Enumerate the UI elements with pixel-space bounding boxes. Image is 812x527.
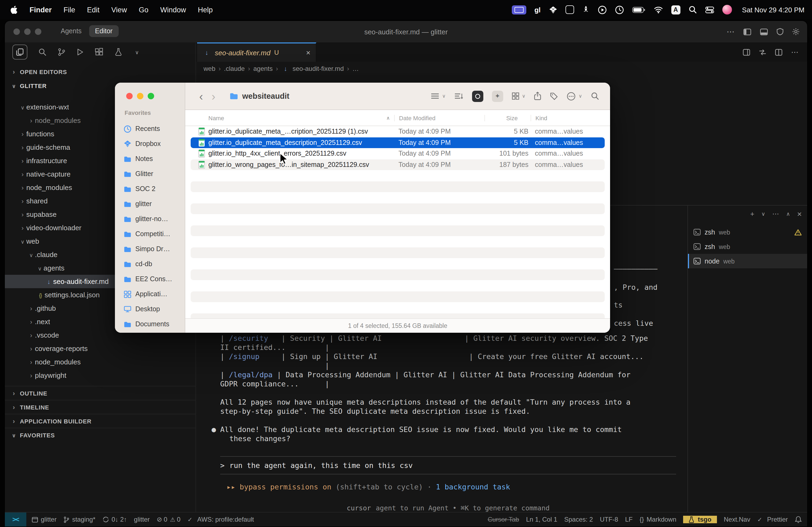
clock-icon[interactable] [615, 5, 624, 14]
agent-prompt-input[interactable]: > run the agent again, this time on this… [220, 456, 676, 475]
column-header-size[interactable]: Size [484, 115, 531, 121]
file-row-selected[interactable]: glitter.io_duplicate_meta_description_20… [191, 137, 605, 148]
menubar-rocket-icon[interactable] [582, 5, 590, 14]
zoom-window-button[interactable] [148, 93, 154, 99]
menu-window[interactable]: Window [160, 6, 186, 14]
menu-edit[interactable]: Edit [87, 6, 100, 14]
bypass-permissions-toggle[interactable]: bypass permissions on [240, 482, 331, 491]
source-control-icon[interactable] [57, 48, 66, 56]
minimize-window-button[interactable] [24, 28, 31, 35]
bell-icon[interactable] [795, 516, 802, 523]
more-actions-icon[interactable]: ⋯ [791, 48, 799, 56]
sidebar-item-glitter2[interactable]: glitter [119, 196, 182, 211]
close-panel-icon[interactable]: × [797, 209, 802, 218]
testing-beaker-icon[interactable] [114, 48, 122, 56]
layout-sidebar-icon[interactable] [743, 28, 751, 35]
kebab-menu-icon[interactable]: ⋯ [772, 210, 779, 217]
status-encoding[interactable]: UTF-8 [600, 516, 618, 523]
file-row[interactable]: glitter.io_wrong_pages_fo…in_sitemap_202… [191, 159, 605, 170]
split-editor-icon[interactable] [775, 48, 782, 56]
apple-logo-icon[interactable] [10, 5, 18, 14]
status-prettier[interactable]: Prettier [757, 516, 788, 523]
explorer-icon[interactable] [12, 45, 27, 60]
spotlight-search-icon[interactable] [688, 5, 697, 14]
status-project[interactable]: glitter [134, 516, 150, 523]
cursor-tab-toggle[interactable]: Cursor Tab [488, 516, 519, 523]
layout-panel-icon[interactable] [760, 28, 768, 35]
column-header-date[interactable]: Date Modified [394, 115, 484, 121]
status-language[interactable]: {}Markdown [640, 516, 677, 523]
menu-go[interactable]: Go [139, 6, 148, 14]
background-task-link[interactable]: 1 background task [436, 482, 510, 491]
status-line-col[interactable]: Ln 1, Col 1 [526, 516, 557, 523]
terminal-tab-selected[interactable]: node web [688, 254, 807, 268]
file-row[interactable]: glitter.io_http_4xx_client_errors_202511… [191, 148, 605, 159]
toolbar-app-icon-2[interactable]: ✦ [492, 90, 503, 102]
open-editors-header[interactable]: OPEN EDITORS [5, 65, 195, 79]
view-options-icon[interactable] [431, 93, 446, 99]
dropbox-icon[interactable] [549, 6, 557, 14]
wifi-icon[interactable] [653, 6, 663, 13]
tab-agents[interactable]: Agents [61, 27, 82, 35]
sidebar-item-cd-db[interactable]: cd-db [119, 257, 182, 272]
menu-file[interactable]: File [64, 6, 75, 14]
share-icon[interactable] [534, 92, 541, 100]
gear-icon[interactable] [792, 28, 800, 35]
control-center-icon[interactable] [705, 6, 714, 14]
status-eol[interactable]: LF [625, 516, 633, 523]
more-views-icon[interactable] [133, 48, 141, 56]
chevron-up-icon[interactable]: ∧ [786, 211, 790, 216]
more-actions-icon[interactable] [567, 91, 582, 101]
more-actions-icon[interactable]: ⋯ [727, 27, 735, 36]
minimize-window-button[interactable] [137, 93, 143, 99]
terminal-tab[interactable]: zsh web [688, 239, 807, 254]
status-problems[interactable]: 0 0 [157, 516, 181, 523]
status-aws[interactable]: AWS: profile:default [187, 516, 254, 523]
sidebar-item-applications[interactable]: Applicati… [119, 287, 182, 302]
status-indentation[interactable]: Spaces: 2 [564, 516, 593, 523]
input-source-icon[interactable]: A [671, 5, 680, 14]
close-tab-icon[interactable]: × [306, 48, 310, 57]
battery-icon[interactable] [632, 6, 645, 13]
menu-app-name[interactable]: Finder [30, 6, 52, 14]
shield-icon[interactable] [777, 28, 784, 35]
search-icon[interactable] [38, 48, 47, 56]
tree-item[interactable]: node_modules [5, 355, 195, 369]
sidebar-item-recents[interactable]: Recents [119, 121, 182, 136]
play-circle-icon[interactable] [597, 5, 607, 14]
forward-icon[interactable]: › [212, 90, 215, 102]
diff-icon[interactable] [759, 48, 766, 56]
group-by-icon[interactable] [512, 92, 525, 100]
breadcrumb-item[interactable]: agents [253, 65, 273, 73]
sidebar-item-dropbox[interactable]: Dropbox [119, 136, 182, 151]
user-avatar[interactable] [722, 5, 732, 15]
sidebar-item-soc2[interactable]: SOC 2 [119, 181, 182, 196]
breadcrumb-item[interactable]: … [352, 65, 359, 73]
tree-item[interactable]: coverage-reports [5, 342, 195, 355]
close-window-button[interactable] [13, 28, 20, 35]
sidebar-item-glitter[interactable]: Glitter [119, 166, 182, 181]
run-debug-icon[interactable] [76, 48, 84, 56]
tsgo-status[interactable]: tsgo [683, 516, 717, 523]
remote-indicator[interactable]: >< [5, 512, 26, 526]
column-header-kind[interactable]: Kind [531, 115, 598, 121]
terminal-tab[interactable]: zsh web [688, 225, 807, 239]
tree-item[interactable]: playwright [5, 369, 195, 382]
status-next-nav[interactable]: Next.Nav [724, 516, 750, 523]
sidebar-section-timeline[interactable]: TIMELINE [5, 400, 195, 414]
extensions-icon[interactable] [95, 48, 104, 56]
status-branch[interactable]: staging* [64, 516, 96, 523]
sidebar-item-glitter-no[interactable]: glitter-no… [119, 211, 182, 226]
menubar-app-square-icon[interactable] [565, 5, 574, 14]
close-window-button[interactable] [126, 93, 133, 99]
search-icon[interactable] [591, 92, 599, 100]
menu-view[interactable]: View [112, 6, 127, 14]
tag-icon[interactable] [550, 92, 558, 100]
sidebar-section-application-builder[interactable]: APPLICATION BUILDER [5, 414, 195, 428]
sidebar-item-desktop[interactable]: Desktop [119, 302, 182, 317]
back-icon[interactable]: ‹ [199, 90, 203, 102]
screen-recording-icon[interactable] [512, 5, 526, 14]
status-repo[interactable]: glitter [32, 516, 57, 523]
chevron-down-icon[interactable]: ∨ [761, 211, 765, 216]
zoom-window-button[interactable] [35, 28, 41, 35]
